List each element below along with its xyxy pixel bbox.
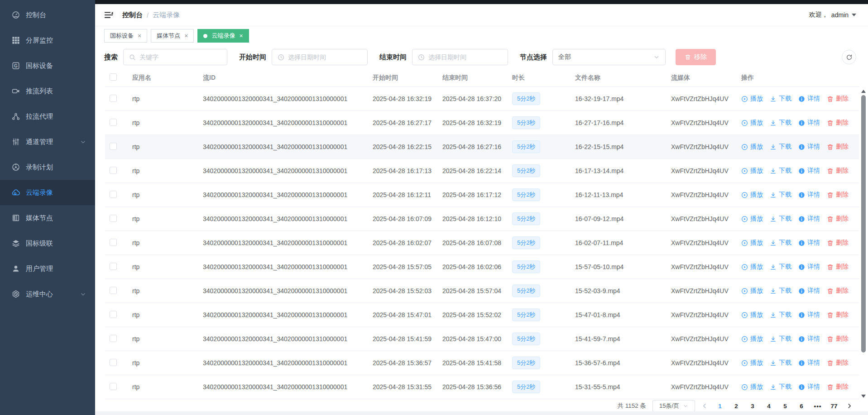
refresh-button[interactable] — [842, 50, 856, 64]
detail-button[interactable]: 详情 — [798, 359, 820, 367]
row-checkbox[interactable] — [110, 311, 117, 318]
collapse-sidebar-icon[interactable] — [104, 10, 113, 19]
more-pages-button[interactable]: ••• — [812, 403, 824, 410]
row-checkbox[interactable] — [110, 239, 117, 246]
node-select[interactable]: 全部 — [552, 49, 666, 65]
detail-button[interactable]: 详情 — [798, 143, 820, 151]
tab-media-node[interactable]: 媒体节点 × — [151, 29, 194, 43]
page-button-1[interactable]: 1 — [714, 403, 726, 410]
row-checkbox[interactable] — [110, 335, 117, 342]
row-checkbox[interactable] — [110, 143, 117, 150]
sidebar-item-ops-center[interactable]: 运维中心 — [0, 281, 95, 307]
scroll-up-arrow-icon[interactable] — [861, 90, 866, 93]
sidebar-item-channel-mgmt[interactable]: 通道管理 — [0, 129, 95, 154]
detail-button[interactable]: 详情 — [798, 215, 820, 223]
sidebar-item-split-monitor[interactable]: 分屏监控 — [0, 28, 95, 53]
play-button[interactable]: 播放 — [741, 311, 763, 319]
delete-button[interactable]: 删除 — [827, 143, 849, 151]
delete-button[interactable]: 删除 — [827, 167, 849, 175]
sidebar-item-user-mgmt[interactable]: 用户管理 — [0, 256, 95, 281]
download-button[interactable]: 下载 — [770, 167, 791, 175]
download-button[interactable]: 下载 — [770, 335, 791, 343]
row-checkbox[interactable] — [110, 215, 117, 222]
page-button-5[interactable]: 5 — [779, 403, 791, 410]
detail-button[interactable]: 详情 — [798, 119, 820, 127]
user-menu[interactable]: 欢迎，admin — [809, 11, 856, 19]
detail-button[interactable]: 详情 — [798, 311, 820, 319]
end-time-input[interactable] — [428, 53, 502, 61]
play-button[interactable]: 播放 — [741, 95, 763, 103]
prev-page-button[interactable] — [699, 403, 710, 409]
delete-button[interactable]: 删除 — [827, 311, 849, 319]
detail-button[interactable]: 详情 — [798, 191, 820, 199]
row-checkbox[interactable] — [110, 95, 117, 102]
row-checkbox[interactable] — [110, 287, 117, 294]
row-checkbox[interactable] — [110, 119, 117, 126]
row-checkbox[interactable] — [110, 167, 117, 174]
download-button[interactable]: 下载 — [770, 143, 791, 151]
delete-button[interactable]: 删除 — [827, 215, 849, 223]
sidebar-item-record-plan[interactable]: 录制计划 — [0, 154, 95, 180]
close-tab-icon[interactable]: × — [184, 33, 188, 39]
play-button[interactable]: 播放 — [741, 335, 763, 343]
close-tab-icon[interactable]: × — [138, 33, 141, 39]
sidebar-item-media-node[interactable]: 媒体节点 — [0, 205, 95, 231]
play-button[interactable]: 播放 — [741, 383, 763, 391]
remove-button[interactable]: 移除 — [676, 49, 716, 65]
play-button[interactable]: 播放 — [741, 359, 763, 367]
play-button[interactable]: 播放 — [741, 167, 763, 175]
play-button[interactable]: 播放 — [741, 287, 763, 295]
detail-button[interactable]: 详情 — [798, 167, 820, 175]
sidebar-item-pull-stream-proxy[interactable]: 拉流代理 — [0, 104, 95, 129]
download-button[interactable]: 下载 — [770, 95, 791, 103]
scrollbar-thumb[interactable] — [861, 95, 866, 352]
sidebar-item-push-stream-list[interactable]: 推流列表 — [0, 78, 95, 104]
page-button-77[interactable]: 77 — [828, 403, 840, 410]
next-page-button[interactable] — [844, 403, 855, 409]
delete-button[interactable]: 删除 — [827, 191, 849, 199]
tab-gb-device[interactable]: 国标设备 × — [104, 29, 147, 43]
play-button[interactable]: 播放 — [741, 239, 763, 247]
detail-button[interactable]: 详情 — [798, 239, 820, 247]
play-button[interactable]: 播放 — [741, 263, 763, 271]
play-button[interactable]: 播放 — [741, 143, 763, 151]
delete-button[interactable]: 删除 — [827, 383, 849, 391]
row-checkbox[interactable] — [110, 263, 117, 270]
delete-button[interactable]: 删除 — [827, 263, 849, 271]
download-button[interactable]: 下载 — [770, 239, 791, 247]
download-button[interactable]: 下载 — [770, 215, 791, 223]
play-button[interactable]: 播放 — [741, 215, 763, 223]
page-button-2[interactable]: 2 — [730, 403, 742, 410]
download-button[interactable]: 下载 — [770, 287, 791, 295]
sidebar-item-console[interactable]: 控制台 — [0, 2, 95, 28]
scroll-down-arrow-icon[interactable] — [861, 395, 866, 398]
row-checkbox[interactable] — [110, 191, 117, 198]
download-button[interactable]: 下载 — [770, 383, 791, 391]
download-button[interactable]: 下载 — [770, 119, 791, 127]
row-checkbox[interactable] — [110, 359, 117, 366]
close-tab-icon[interactable]: × — [239, 33, 243, 39]
detail-button[interactable]: 详情 — [798, 383, 820, 391]
download-button[interactable]: 下载 — [770, 191, 791, 199]
row-checkbox[interactable] — [110, 383, 117, 390]
delete-button[interactable]: 删除 — [827, 239, 849, 247]
start-time-input[interactable] — [288, 53, 362, 61]
sidebar-item-cloud-record[interactable]: 云端录像 — [0, 180, 95, 205]
page-button-6[interactable]: 6 — [796, 403, 807, 410]
delete-button[interactable]: 删除 — [827, 359, 849, 367]
select-all-checkbox[interactable] — [110, 73, 117, 81]
download-button[interactable]: 下载 — [770, 359, 791, 367]
play-button[interactable]: 播放 — [741, 191, 763, 199]
download-button[interactable]: 下载 — [770, 311, 791, 319]
sidebar-item-gb-device[interactable]: G 国标设备 — [0, 53, 95, 78]
tab-cloud-record[interactable]: 云端录像 × — [197, 29, 249, 43]
delete-button[interactable]: 删除 — [827, 335, 849, 343]
delete-button[interactable]: 删除 — [827, 287, 849, 295]
search-input[interactable] — [139, 53, 221, 61]
detail-button[interactable]: 详情 — [798, 287, 820, 295]
page-button-4[interactable]: 4 — [763, 403, 775, 410]
sidebar-item-gb-cascade[interactable]: 国标级联 — [0, 231, 95, 256]
detail-button[interactable]: 详情 — [798, 263, 820, 271]
delete-button[interactable]: 删除 — [827, 119, 849, 127]
breadcrumb-root[interactable]: 控制台 — [122, 11, 143, 19]
